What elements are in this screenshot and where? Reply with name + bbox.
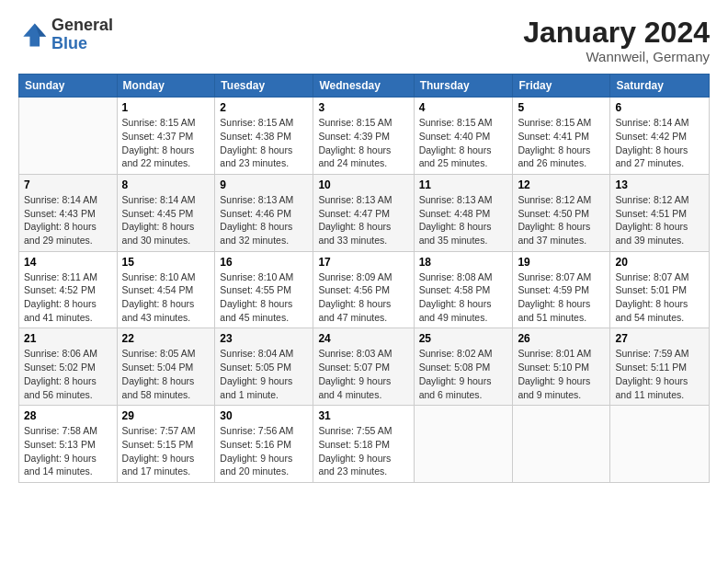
day-info: Sunrise: 8:15 AMSunset: 4:38 PMDaylight:… — [220, 117, 293, 168]
day-number: 27 — [615, 332, 704, 345]
logo-general-text: General — [51, 17, 113, 35]
logo: General Blue — [18, 17, 113, 53]
location: Wannweil, Germany — [523, 49, 710, 64]
day-cell: 20 Sunrise: 8:07 AMSunset: 5:01 PMDaylig… — [610, 251, 710, 328]
day-info: Sunrise: 8:15 AMSunset: 4:39 PMDaylight:… — [318, 117, 392, 168]
day-number: 18 — [419, 256, 508, 269]
day-info: Sunrise: 8:05 AMSunset: 5:04 PMDaylight:… — [122, 348, 196, 399]
header-row: Sunday Monday Tuesday Wednesday Thursday… — [19, 75, 710, 98]
day-info: Sunrise: 7:56 AMSunset: 5:16 PMDaylight:… — [220, 425, 293, 477]
day-cell: 25 Sunrise: 8:02 AMSunset: 5:08 PMDaylig… — [414, 328, 513, 406]
day-info: Sunrise: 8:07 AMSunset: 4:59 PMDaylight:… — [518, 271, 591, 323]
week-row-3: 14 Sunrise: 8:11 AMSunset: 4:52 PMDaylig… — [19, 251, 710, 328]
day-info: Sunrise: 8:11 AMSunset: 4:52 PMDaylight:… — [24, 271, 97, 323]
day-cell: 3 Sunrise: 8:15 AMSunset: 4:39 PMDayligh… — [313, 98, 414, 175]
day-number: 29 — [122, 409, 210, 422]
day-number: 5 — [518, 101, 605, 114]
day-info: Sunrise: 8:15 AMSunset: 4:41 PMDaylight:… — [518, 117, 591, 168]
day-cell: 18 Sunrise: 8:08 AMSunset: 4:58 PMDaylig… — [414, 251, 513, 328]
day-cell — [19, 98, 118, 175]
day-number: 26 — [518, 332, 605, 345]
day-cell: 2 Sunrise: 8:15 AMSunset: 4:38 PMDayligh… — [215, 98, 313, 175]
day-cell: 11 Sunrise: 8:13 AMSunset: 4:48 PMDaylig… — [414, 174, 513, 251]
day-number: 20 — [615, 256, 704, 269]
day-number: 12 — [518, 178, 605, 191]
calendar-table: Sunday Monday Tuesday Wednesday Thursday… — [18, 74, 710, 483]
day-number: 13 — [615, 178, 704, 191]
day-cell — [513, 406, 610, 483]
col-monday: Monday — [117, 75, 215, 98]
day-cell: 24 Sunrise: 8:03 AMSunset: 5:07 PMDaylig… — [313, 328, 414, 406]
day-info: Sunrise: 8:15 AMSunset: 4:37 PMDaylight:… — [122, 117, 196, 168]
day-info: Sunrise: 8:14 AMSunset: 4:42 PMDaylight:… — [615, 117, 688, 168]
day-info: Sunrise: 7:58 AMSunset: 5:13 PMDaylight:… — [24, 425, 97, 477]
col-friday: Friday — [513, 75, 610, 98]
day-info: Sunrise: 8:06 AMSunset: 5:02 PMDaylight:… — [24, 348, 97, 399]
day-cell: 28 Sunrise: 7:58 AMSunset: 5:13 PMDaylig… — [19, 406, 118, 483]
day-number: 28 — [24, 409, 112, 422]
day-info: Sunrise: 8:13 AMSunset: 4:47 PMDaylight:… — [318, 194, 392, 246]
day-number: 24 — [318, 332, 408, 345]
day-cell — [414, 406, 513, 483]
day-info: Sunrise: 8:15 AMSunset: 4:40 PMDaylight:… — [419, 117, 493, 168]
day-info: Sunrise: 8:12 AMSunset: 4:50 PMDaylight:… — [518, 194, 591, 246]
day-info: Sunrise: 8:03 AMSunset: 5:07 PMDaylight:… — [318, 348, 392, 399]
day-info: Sunrise: 8:12 AMSunset: 4:51 PMDaylight:… — [615, 194, 688, 246]
day-cell: 30 Sunrise: 7:56 AMSunset: 5:16 PMDaylig… — [215, 406, 313, 483]
day-number: 10 — [318, 178, 408, 191]
day-cell: 14 Sunrise: 8:11 AMSunset: 4:52 PMDaylig… — [19, 251, 118, 328]
day-number: 7 — [24, 178, 112, 191]
day-cell: 9 Sunrise: 8:13 AMSunset: 4:46 PMDayligh… — [215, 174, 313, 251]
col-saturday: Saturday — [610, 75, 710, 98]
day-cell: 16 Sunrise: 8:10 AMSunset: 4:55 PMDaylig… — [215, 251, 313, 328]
page: General Blue January 2024 Wannweil, Germ… — [0, 0, 728, 563]
week-row-1: 1 Sunrise: 8:15 AMSunset: 4:37 PMDayligh… — [19, 98, 710, 175]
day-cell: 21 Sunrise: 8:06 AMSunset: 5:02 PMDaylig… — [19, 328, 118, 406]
week-row-2: 7 Sunrise: 8:14 AMSunset: 4:43 PMDayligh… — [19, 174, 710, 251]
day-info: Sunrise: 8:04 AMSunset: 5:05 PMDaylight:… — [220, 348, 293, 399]
day-info: Sunrise: 8:10 AMSunset: 4:54 PMDaylight:… — [122, 271, 196, 323]
day-info: Sunrise: 7:59 AMSunset: 5:11 PMDaylight:… — [615, 348, 688, 399]
day-info: Sunrise: 8:09 AMSunset: 4:56 PMDaylight:… — [318, 271, 392, 323]
day-info: Sunrise: 8:01 AMSunset: 5:10 PMDaylight:… — [518, 348, 591, 399]
day-number: 11 — [419, 178, 508, 191]
day-cell: 29 Sunrise: 7:57 AMSunset: 5:15 PMDaylig… — [117, 406, 215, 483]
day-info: Sunrise: 8:13 AMSunset: 4:46 PMDaylight:… — [220, 194, 293, 246]
day-number: 14 — [24, 256, 112, 269]
day-number: 2 — [220, 101, 308, 114]
day-cell: 23 Sunrise: 8:04 AMSunset: 5:05 PMDaylig… — [215, 328, 313, 406]
day-cell: 10 Sunrise: 8:13 AMSunset: 4:47 PMDaylig… — [313, 174, 414, 251]
day-number: 31 — [318, 409, 408, 422]
day-number: 3 — [318, 101, 408, 114]
day-number: 9 — [220, 178, 308, 191]
col-wednesday: Wednesday — [313, 75, 414, 98]
day-cell: 8 Sunrise: 8:14 AMSunset: 4:45 PMDayligh… — [117, 174, 215, 251]
day-number: 25 — [419, 332, 508, 345]
day-info: Sunrise: 8:14 AMSunset: 4:43 PMDaylight:… — [24, 194, 97, 246]
header: General Blue January 2024 Wannweil, Germ… — [18, 17, 710, 64]
col-thursday: Thursday — [414, 75, 513, 98]
day-number: 16 — [220, 256, 308, 269]
day-cell: 17 Sunrise: 8:09 AMSunset: 4:56 PMDaylig… — [313, 251, 414, 328]
month-title: January 2024 — [523, 17, 710, 49]
logo-icon — [18, 20, 48, 50]
logo-text: General Blue — [51, 17, 113, 53]
day-cell: 22 Sunrise: 8:05 AMSunset: 5:04 PMDaylig… — [117, 328, 215, 406]
day-cell: 19 Sunrise: 8:07 AMSunset: 4:59 PMDaylig… — [513, 251, 610, 328]
day-number: 4 — [419, 101, 508, 114]
day-cell: 1 Sunrise: 8:15 AMSunset: 4:37 PMDayligh… — [117, 98, 215, 175]
day-number: 17 — [318, 256, 408, 269]
week-row-5: 28 Sunrise: 7:58 AMSunset: 5:13 PMDaylig… — [19, 406, 710, 483]
day-cell: 4 Sunrise: 8:15 AMSunset: 4:40 PMDayligh… — [414, 98, 513, 175]
day-number: 21 — [24, 332, 112, 345]
day-info: Sunrise: 8:14 AMSunset: 4:45 PMDaylight:… — [122, 194, 196, 246]
day-cell: 6 Sunrise: 8:14 AMSunset: 4:42 PMDayligh… — [610, 98, 710, 175]
day-number: 30 — [220, 409, 308, 422]
day-cell: 27 Sunrise: 7:59 AMSunset: 5:11 PMDaylig… — [610, 328, 710, 406]
day-cell: 15 Sunrise: 8:10 AMSunset: 4:54 PMDaylig… — [117, 251, 215, 328]
day-info: Sunrise: 7:55 AMSunset: 5:18 PMDaylight:… — [318, 425, 392, 477]
day-info: Sunrise: 8:10 AMSunset: 4:55 PMDaylight:… — [220, 271, 293, 323]
day-number: 22 — [122, 332, 210, 345]
day-cell: 26 Sunrise: 8:01 AMSunset: 5:10 PMDaylig… — [513, 328, 610, 406]
day-info: Sunrise: 8:02 AMSunset: 5:08 PMDaylight:… — [419, 348, 493, 399]
